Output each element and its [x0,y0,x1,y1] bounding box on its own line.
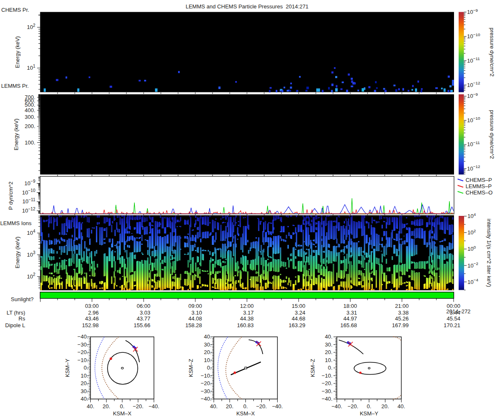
svg-text:10−11: 10−11 [22,197,35,205]
svg-text:KSM–Y: KSM–Y [64,359,71,377]
svg-text:10.: 10. [81,373,88,379]
svg-text:0.: 0. [367,403,371,410]
svg-text:KSM–X: KSM–X [113,410,131,417]
svg-text:P dyn/cm^2: P dyn/cm^2 [8,181,14,210]
svg-text:10−10: 10−10 [467,32,480,40]
svg-text:10−12: 10−12 [467,81,480,88]
svg-text:18:00: 18:00 [343,303,357,309]
svg-text:104: 104 [27,229,35,236]
svg-text:10−10: 10−10 [22,188,35,196]
svg-text:0.: 0. [84,365,88,371]
svg-text:KSM–X: KSM–X [236,410,255,417]
svg-text:09:00: 09:00 [188,303,202,309]
svg-text:−20.: −20. [77,349,88,355]
svg-text:101: 101 [27,64,35,71]
svg-text:15:00: 15:00 [291,303,305,309]
svg-text:45.54: 45.54 [446,315,460,322]
svg-text:300.: 300. [25,114,35,120]
svg-text:10−11: 10−11 [467,140,480,148]
svg-text:LEMMS and CHEMS Particle Press: LEMMS and CHEMS Particle Pressures 2014:… [186,3,309,10]
svg-text:700.: 700. [25,94,35,100]
svg-text:30.: 30. [204,341,211,348]
svg-text:03:00: 03:00 [85,303,99,309]
svg-text:160.83: 160.83 [237,322,254,328]
svg-text:21:00: 21:00 [395,303,409,309]
svg-text:40.: 40. [210,403,218,410]
svg-text:43.46: 43.46 [85,315,99,322]
svg-text:44.97: 44.97 [343,315,357,322]
svg-text:−20.: −20. [133,403,144,410]
svg-text:40.: 40. [81,396,88,402]
svg-text:102: 102 [467,228,476,236]
svg-text:LEMMS Pr.: LEMMS Pr. [1,83,29,89]
svg-text:−30.: −30. [201,388,212,394]
svg-text:20.: 20. [204,349,211,355]
svg-text:20.: 20. [226,403,234,410]
svg-text:3.38: 3.38 [398,310,409,316]
svg-text:CHEMS–O: CHEMS–O [466,189,493,196]
svg-text:102: 102 [27,23,35,31]
svg-text:Rs: Rs [18,315,25,322]
svg-text:−10.: −10. [201,373,212,379]
svg-text:−40.: −40. [272,403,283,410]
svg-text:10−9: 10−9 [467,8,478,16]
svg-text:KSM–Z: KSM–Z [310,359,316,377]
svg-text:3.31: 3.31 [346,310,357,316]
svg-text:44.38: 44.38 [240,315,254,322]
svg-text:−10.: −10. [322,373,333,379]
svg-text:Dipole L: Dipole L [5,322,25,328]
svg-text:3.17: 3.17 [243,310,254,316]
svg-text:30.: 30. [81,388,88,394]
svg-text:KSM–Y: KSM–Y [360,410,378,417]
svg-text:−30.: −30. [322,388,333,394]
svg-text:20.: 20. [102,403,110,410]
svg-text:pressure dyne/cm^2: pressure dyne/cm^2 [489,110,495,159]
svg-text:40.: 40. [87,403,94,410]
svg-text:−20.: −20. [348,403,359,410]
svg-text:−40.: −40. [322,396,333,402]
svg-text:165.68: 165.68 [340,322,357,328]
svg-text:45.26: 45.26 [395,315,409,322]
svg-text:−40.: −40. [149,403,160,410]
svg-text:2014–272: 2014–272 [446,308,471,315]
svg-text:0.: 0. [120,403,125,410]
svg-text:10−4: 10−4 [467,278,478,285]
svg-text:102: 102 [27,272,35,280]
svg-text:170.21: 170.21 [444,322,460,328]
svg-text:−10.: −10. [77,357,88,363]
svg-text:40.: 40. [397,403,405,410]
svg-text:LEMMS Ions: LEMMS Ions [0,220,32,226]
svg-text:155.66: 155.66 [134,322,150,328]
svg-text:CHEMS–P: CHEMS–P [466,177,492,183]
svg-text:100.: 100. [25,139,35,146]
svg-text:20.: 20. [81,380,88,386]
svg-text:167.99: 167.99 [392,322,409,328]
svg-text:Sunlight?: Sunlight? [11,296,34,302]
svg-text:0.: 0. [243,403,248,410]
svg-text:152.98: 152.98 [82,322,99,328]
svg-text:104: 104 [467,212,476,220]
svg-text:−40.: −40. [331,403,342,410]
svg-text:163.29: 163.29 [289,322,305,328]
svg-text:−40.: −40. [77,333,88,340]
svg-text:−20.: −20. [322,380,333,386]
svg-text:Energy (keV): Energy (keV) [14,236,21,268]
svg-text:CHEMS Pr.: CHEMS Pr. [1,7,29,13]
svg-text:06:00: 06:00 [136,303,150,309]
svg-text:40.: 40. [325,333,332,340]
svg-text:10−2: 10−2 [467,261,478,269]
svg-text:−20.: −20. [256,403,267,410]
svg-text:LT (hrs): LT (hrs) [7,310,25,316]
svg-text:100: 100 [467,245,476,252]
svg-text:−40.: −40. [201,396,212,402]
svg-text:44.08: 44.08 [188,315,202,322]
svg-text:103: 103 [27,250,35,258]
svg-text:30.: 30. [325,341,332,348]
svg-text:10−10: 10−10 [467,116,480,123]
svg-text:10−9: 10−9 [24,179,35,186]
svg-text:10−12: 10−12 [22,207,35,214]
svg-text:0.: 0. [207,365,212,371]
svg-text:10.: 10. [204,357,211,363]
svg-text:Energy (keV): Energy (keV) [14,36,21,68]
svg-text:10−9: 10−9 [467,92,478,100]
